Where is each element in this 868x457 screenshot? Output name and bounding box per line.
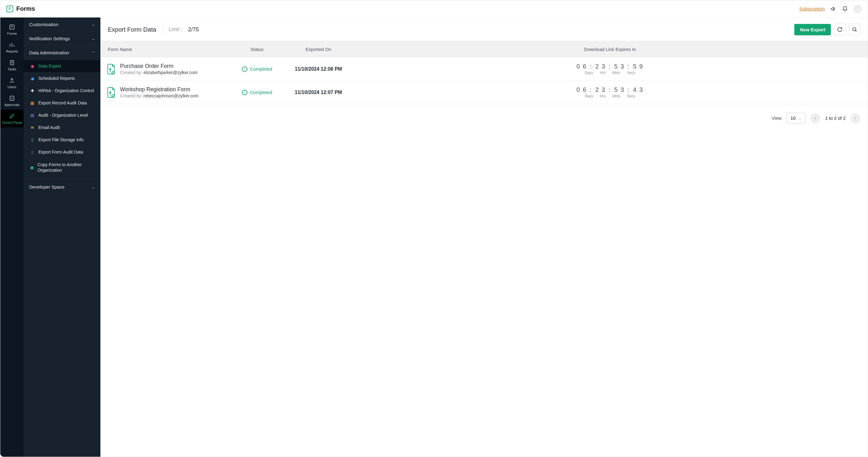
page-title: Export Form Data bbox=[108, 26, 156, 33]
chevron-down-icon: ⌄ bbox=[92, 23, 95, 27]
countdown-hrs: 2 3 bbox=[595, 63, 606, 70]
sidebar-item-email-audit[interactable]: ✉ Email Audit bbox=[24, 121, 100, 133]
reports-icon bbox=[9, 41, 16, 48]
sidebar-item-hipaa[interactable]: ✚ HIPAA - Organization Control bbox=[24, 85, 100, 97]
chevron-up-icon: ⌃ bbox=[92, 51, 95, 55]
countdown-label-hrs: Hrs bbox=[600, 71, 606, 75]
table-row: Workshop Registration Form Created by: r… bbox=[100, 81, 868, 104]
new-export-button[interactable]: New Export bbox=[794, 24, 831, 35]
sidebar-item-audit-org-level[interactable]: ▤ Audit - Organization Level bbox=[24, 109, 100, 121]
svg-point-4 bbox=[852, 28, 856, 31]
countdown-hrs: 2 3 bbox=[595, 86, 606, 93]
rail-item-reports[interactable]: Reports bbox=[0, 38, 24, 56]
form-name: Workshop Registration Form bbox=[120, 86, 198, 93]
sidebar-item-copy-forms[interactable]: ▣ Copy Forms to Another Organization bbox=[24, 158, 100, 177]
sidebar-group-label: Developer Space bbox=[29, 184, 64, 189]
copy-icon: ▣ bbox=[30, 165, 34, 170]
rail-item-tasks[interactable]: Tasks bbox=[0, 56, 24, 74]
countdown-mins: 5 3 bbox=[614, 86, 624, 93]
countdown-days: 0 6 bbox=[577, 86, 587, 93]
column-header-status: Status bbox=[229, 47, 285, 52]
rail-label: Reports bbox=[6, 50, 18, 53]
sidebar-group-label: Notification Settings bbox=[29, 36, 70, 41]
search-icon bbox=[852, 27, 857, 32]
svg-rect-1 bbox=[10, 61, 14, 65]
created-by-email: rebeccajohnson@zylker.com bbox=[144, 93, 198, 98]
export-file-icon bbox=[106, 64, 116, 74]
chevron-left-icon: ‹ bbox=[814, 116, 816, 120]
users-icon bbox=[9, 77, 16, 84]
file-icon: ▯ bbox=[30, 137, 35, 142]
sidebar-group-label: Data Administration bbox=[29, 50, 69, 55]
svg-point-7 bbox=[110, 92, 111, 93]
notification-bell-icon[interactable] bbox=[842, 6, 848, 12]
user-avatar[interactable] bbox=[854, 5, 862, 13]
sidebar-item-label: Data Export bbox=[38, 64, 61, 68]
chevron-down-icon: ⌄ bbox=[92, 185, 95, 189]
svg-point-2 bbox=[11, 79, 13, 81]
countdown-label-days: Days bbox=[585, 71, 593, 75]
announcement-icon[interactable] bbox=[830, 6, 836, 12]
rail-nav: Forms Reports Tasks Users Approvals Cont… bbox=[0, 18, 24, 457]
form-icon bbox=[9, 24, 16, 30]
countdown-secs: 4 3 bbox=[633, 86, 644, 93]
rail-item-users[interactable]: Users bbox=[0, 74, 24, 92]
countdown-mins: 5 3 bbox=[614, 63, 624, 70]
sidebar-group-customisation[interactable]: Customisation ⌄ bbox=[24, 18, 100, 32]
export-file-icon bbox=[106, 87, 116, 98]
search-button[interactable] bbox=[849, 24, 860, 35]
limit-value: 2/75 bbox=[188, 26, 199, 33]
check-circle-icon: ✓ bbox=[242, 66, 247, 72]
sidebar-item-export-record-audit[interactable]: ▦ Export Record Audit Data bbox=[24, 97, 100, 109]
shield-icon: ✚ bbox=[30, 88, 35, 93]
refresh-icon bbox=[837, 27, 842, 32]
rail-item-forms[interactable]: Forms bbox=[0, 21, 24, 38]
sidebar-item-export-file-storage[interactable]: ▯ Export File Storage Info bbox=[24, 133, 100, 146]
created-by-label: Created by: bbox=[120, 93, 142, 98]
grid-icon: ▦ bbox=[30, 100, 35, 105]
rail-item-control-panel[interactable]: Control Panel bbox=[0, 110, 24, 127]
document-icon: ▯ bbox=[30, 150, 35, 154]
column-header-expires-in: Download Link Expires In bbox=[352, 47, 868, 52]
rail-item-approvals[interactable]: Approvals bbox=[0, 92, 24, 110]
divider bbox=[162, 26, 163, 33]
sidebar-item-data-export[interactable]: ◉ Data Export bbox=[24, 60, 100, 72]
countdown-label-mins: Mins bbox=[612, 94, 620, 98]
sidebar-group-developer-space[interactable]: Developer Space ⌄ bbox=[24, 180, 100, 194]
sidebar-group-notification-settings[interactable]: Notification Settings ⌄ bbox=[24, 32, 100, 46]
sidebar-item-label: Copy Forms to Another Organization bbox=[37, 162, 95, 173]
status-text: Completed bbox=[250, 90, 272, 95]
control-panel-icon bbox=[9, 113, 16, 119]
created-by-email: elizabethparker@zylker.com bbox=[144, 70, 197, 75]
status-text: Completed bbox=[250, 66, 272, 71]
page-size-select[interactable]: 10 ⌄ bbox=[787, 113, 806, 123]
approvals-icon bbox=[9, 95, 16, 102]
rail-label: Users bbox=[8, 85, 17, 89]
limit-label: Limit : bbox=[169, 27, 182, 32]
countdown-label-secs: Secs bbox=[627, 71, 635, 75]
column-header-form-name: Form Name bbox=[100, 47, 229, 52]
countdown-label-days: Days bbox=[585, 94, 593, 98]
created-by-label: Created by: bbox=[120, 70, 142, 75]
sidebar-group-data-administration[interactable]: Data Administration ⌃ bbox=[24, 46, 100, 60]
database-icon: ◉ bbox=[30, 64, 35, 68]
page-size-value: 10 bbox=[790, 116, 796, 121]
mail-icon: ✉ bbox=[30, 125, 35, 130]
rail-label: Control Panel bbox=[2, 121, 23, 124]
table-row: Purchase Order Form Created by: elizabet… bbox=[100, 57, 868, 81]
subscription-link[interactable]: Subscription bbox=[799, 6, 825, 11]
rail-label: Forms bbox=[7, 32, 17, 35]
refresh-button[interactable] bbox=[834, 24, 845, 35]
next-page-button[interactable]: › bbox=[850, 113, 860, 123]
sidebar-item-label: Export Form Audit Data bbox=[38, 150, 83, 154]
chevron-right-icon: › bbox=[855, 116, 856, 120]
sidebar-item-export-form-audit[interactable]: ▯ Export Form Audit Data bbox=[24, 146, 100, 158]
exported-on: 11/10/2024 12:08 PM bbox=[285, 66, 352, 72]
sidebar-item-label: Email Audit bbox=[38, 125, 60, 130]
exported-on: 11/10/2024 12:07 PM bbox=[285, 90, 352, 95]
sidebar-item-scheduled-reports[interactable]: ◕ Scheduled Reports bbox=[24, 72, 100, 85]
prev-page-button[interactable]: ‹ bbox=[810, 113, 820, 123]
chevron-down-icon: ⌄ bbox=[799, 116, 801, 120]
countdown-secs: 5 9 bbox=[633, 63, 644, 70]
exports-table: Form Name Status Exported On Download Li… bbox=[100, 41, 868, 104]
